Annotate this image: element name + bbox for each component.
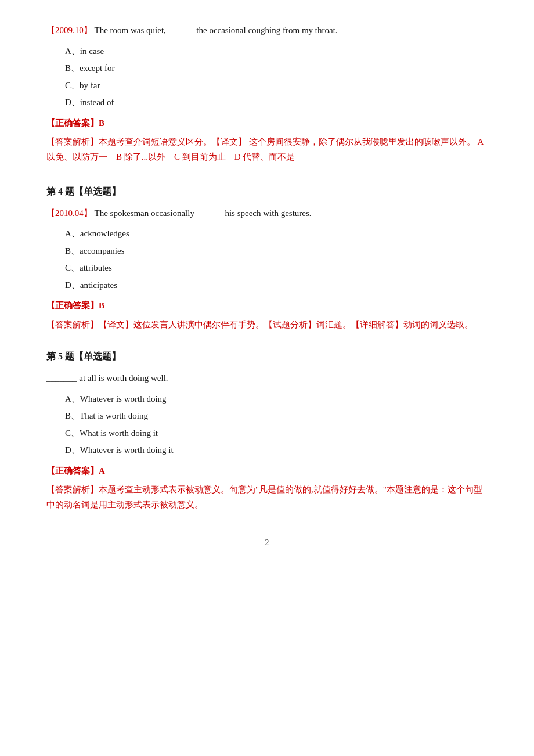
option-5-d: D、Whatever is worth doing it (65, 443, 488, 458)
page-number: 2 (46, 536, 488, 550)
question-4-text: 【2010.04】 The spokesman occasionally ___… (46, 206, 488, 221)
option-4-c: C、attributes (65, 261, 488, 276)
question-3-text: 【2009.10】 The room was quiet, ______ the… (46, 23, 488, 38)
question-3-options: A、in case B、except for C、by far D、instea… (65, 44, 488, 110)
option-3-a: A、in case (65, 44, 488, 59)
option-5-a: A、Whatever is worth doing (65, 392, 488, 407)
option-5-b: B、That is worth doing (65, 409, 488, 424)
question-3-year: 【2009.10】 (46, 26, 92, 35)
question-5-header: 第 5 题【单选题】 (46, 348, 488, 364)
question-5-text: _______ at all is worth doing well. (46, 371, 488, 386)
question-3-block: 【2009.10】 The room was quiet, ______ the… (46, 23, 488, 165)
option-3-d: D、instead of (65, 95, 488, 110)
question-3-correct-answer: 【正确答案】B (46, 116, 488, 131)
question-4-explanation: 【答案解析】【译文】这位发言人讲演中偶尔伴有手势。【试题分析】词汇题。【详细解答… (46, 317, 488, 332)
question-5-block: 第 5 题【单选题】 _______ at all is worth doing… (46, 348, 488, 513)
question-5-explanation: 【答案解析】本题考查主动形式表示被动意义。句意为"凡是值的做的,就值得好好去做。… (46, 482, 488, 513)
option-5-c: C、What is worth doing it (65, 426, 488, 441)
option-3-b: B、except for (65, 61, 488, 76)
option-4-b: B、accompanies (65, 244, 488, 259)
question-5-options: A、Whatever is worth doing B、That is wort… (65, 392, 488, 458)
option-4-d: D、anticipates (65, 278, 488, 293)
question-4-options: A、acknowledges B、accompanies C、attribute… (65, 226, 488, 293)
option-3-c: C、by far (65, 78, 488, 93)
question-4-correct-answer: 【正确答案】B (46, 298, 488, 314)
option-4-a: A、acknowledges (65, 226, 488, 242)
question-4-block: 第 4 题【单选题】 【2010.04】 The spokesman occas… (46, 183, 488, 332)
question-5-correct-answer: 【正确答案】A (46, 464, 488, 479)
question-4-year: 【2010.04】 (46, 208, 92, 218)
question-4-header: 第 4 题【单选题】 (46, 183, 488, 199)
question-3-explanation: 【答案解析】本题考查介词短语意义区分。【译文】 这个房间很安静，除了偶尔从我喉咙… (46, 134, 488, 165)
